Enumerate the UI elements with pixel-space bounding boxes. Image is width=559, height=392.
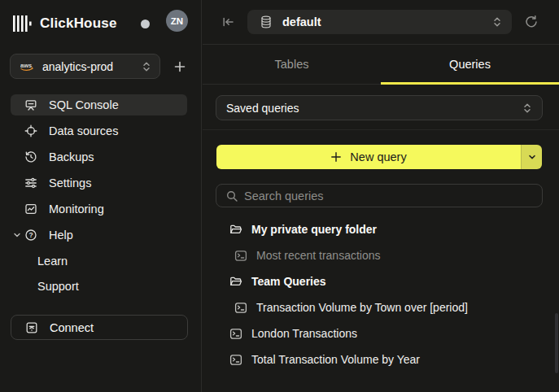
- chevron-updown-icon: [492, 16, 502, 28]
- saved-queries-selector[interactable]: Saved queries: [216, 95, 543, 120]
- tree-query-transaction-volume-town[interactable]: Transaction Volume by Town over [period]: [216, 294, 552, 320]
- sql-console-icon: [24, 98, 37, 111]
- sidebar-item-label: Data sources: [49, 124, 118, 137]
- collapse-sidebar-icon[interactable]: [221, 15, 235, 29]
- query-terminal-icon: [229, 328, 242, 340]
- connect-button[interactable]: Connect: [11, 315, 188, 340]
- query-terminal-icon: [234, 302, 247, 314]
- refresh-icon[interactable]: [524, 15, 539, 29]
- query-terminal-icon: [229, 354, 242, 366]
- sidebar-item-monitoring[interactable]: Monitoring: [11, 198, 187, 220]
- database-icon: [260, 15, 272, 28]
- svg-text:aws: aws: [20, 62, 32, 69]
- monitoring-icon: [24, 203, 37, 216]
- add-service-button[interactable]: [173, 60, 186, 73]
- sidebar-item-data-sources[interactable]: Data sources: [11, 120, 187, 142]
- clickhouse-logo-icon: [11, 13, 33, 34]
- settings-icon: [24, 176, 37, 189]
- tree-folder-my-private[interactable]: My private query folder: [216, 216, 552, 242]
- sidebar-item-help[interactable]: ? Help: [11, 224, 187, 246]
- sidebar-item-label: Help: [49, 229, 73, 242]
- tree-query-london-transactions[interactable]: London Transactions: [216, 320, 552, 346]
- workspace-row: aws analytics-prod: [10, 54, 191, 79]
- tree-item-label: Most recent transactions: [256, 249, 381, 262]
- tree-query-most-recent[interactable]: Most recent transactions: [216, 242, 552, 268]
- topbar: default: [203, 0, 559, 45]
- chevron-updown-icon: [142, 61, 151, 72]
- sidebar: ClickHouse ZN aws analytics-prod: [0, 0, 202, 392]
- scrollbar-thumb[interactable]: [555, 313, 558, 373]
- database-selector-value: default: [282, 15, 492, 28]
- status-dot: [141, 20, 150, 28]
- tab-queries[interactable]: Queries: [381, 45, 559, 84]
- plus-icon: [330, 151, 342, 163]
- sidebar-item-label: SQL Console: [49, 98, 119, 111]
- sidebar-item-backups[interactable]: Backups: [11, 146, 187, 168]
- workspace-name: analytics-prod: [42, 60, 135, 73]
- aws-icon: aws: [20, 62, 34, 72]
- new-query-split-button: New query: [216, 145, 542, 169]
- tab-bar: Tables Queries: [203, 45, 559, 85]
- workspace-selector[interactable]: aws analytics-prod: [10, 54, 160, 79]
- chevron-down-icon: [13, 231, 21, 239]
- tree-item-label: My private query folder: [251, 223, 377, 236]
- connect-icon: [25, 321, 38, 334]
- queries-panel: default Tables Queries Saved queries: [203, 0, 559, 392]
- chevron-down-icon: [528, 153, 536, 161]
- svg-text:?: ?: [28, 231, 33, 239]
- sidebar-subitem-learn[interactable]: Learn: [11, 250, 187, 272]
- tree-item-label: London Transactions: [251, 327, 357, 340]
- connect-button-label: Connect: [50, 321, 94, 334]
- tree-item-label: Total Transaction Volume by Year: [251, 353, 420, 366]
- query-terminal-icon: [234, 250, 247, 262]
- sidebar-subitem-label: Learn: [37, 255, 68, 268]
- saved-queries-selector-value: Saved queries: [226, 102, 522, 115]
- sidebar-subitem-label: Support: [37, 280, 79, 293]
- sidebar-item-settings[interactable]: Settings: [11, 172, 187, 194]
- tree-item-label: Team Queries: [251, 275, 326, 288]
- section-divider: [203, 129, 559, 130]
- app-window: ClickHouse ZN aws analytics-prod: [0, 0, 559, 392]
- sidebar-item-sql-console[interactable]: SQL Console: [11, 94, 187, 115]
- tree-query-total-transaction-volume[interactable]: Total Transaction Volume by Year: [216, 346, 552, 372]
- query-tree: My private query folder Most recent tran…: [216, 216, 552, 372]
- new-query-button[interactable]: New query: [216, 145, 521, 169]
- sidebar-item-label: Settings: [49, 176, 91, 189]
- brand-row: ClickHouse ZN: [11, 11, 191, 37]
- avatar[interactable]: ZN: [166, 10, 188, 32]
- search-icon: [226, 190, 238, 202]
- backups-icon: [24, 150, 37, 163]
- chevron-updown-icon: [522, 102, 532, 114]
- tree-item-label: Transaction Volume by Town over [period]: [256, 301, 468, 314]
- tab-tables[interactable]: Tables: [203, 45, 381, 84]
- tree-folder-team-queries[interactable]: Team Queries: [216, 268, 552, 294]
- sidebar-nav: SQL Console Data sources: [11, 94, 187, 297]
- database-selector[interactable]: default: [247, 10, 512, 34]
- search-box: [216, 184, 543, 207]
- new-query-label: New query: [350, 150, 406, 163]
- folder-open-icon: [229, 275, 242, 288]
- data-sources-icon: [24, 124, 37, 137]
- help-icon: ?: [24, 229, 37, 242]
- sidebar-subitem-support[interactable]: Support: [11, 276, 187, 297]
- sidebar-item-label: Monitoring: [49, 203, 104, 216]
- search-queries-input[interactable]: [244, 189, 534, 203]
- brand-name: ClickHouse: [40, 15, 117, 32]
- folder-open-icon: [229, 223, 242, 236]
- new-query-dropdown-button[interactable]: [521, 145, 542, 169]
- sidebar-item-label: Backups: [49, 150, 94, 163]
